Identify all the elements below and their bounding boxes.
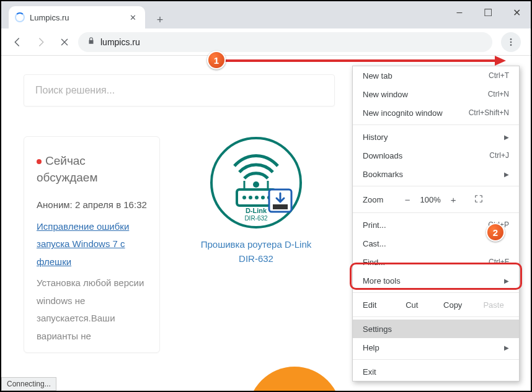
fullscreen-icon xyxy=(474,194,483,203)
menu-edit-row: Edit Cut Copy Paste xyxy=(353,295,519,314)
svg-point-8 xyxy=(242,196,246,199)
menu-zoom-row: Zoom − 100% + xyxy=(353,189,519,210)
window-close-button[interactable]: ✕ xyxy=(502,1,531,24)
router-icon: D-Link DIR-632 xyxy=(210,136,303,229)
url-text: lumpics.ru xyxy=(100,37,140,47)
close-icon xyxy=(60,37,69,47)
sidebar-discussion: Сейчас обсуждаем Аноним: 2 апреля в 16:3… xyxy=(24,136,160,353)
live-dot-icon xyxy=(37,159,42,164)
svg-point-1 xyxy=(510,41,512,43)
window-minimize-button[interactable]: – xyxy=(445,1,474,24)
menu-new-tab[interactable]: New tabCtrl+T xyxy=(353,66,519,85)
menu-new-incognito[interactable]: New incognito windowCtrl+Shift+N xyxy=(353,103,519,122)
article-thumb-orange[interactable] xyxy=(248,367,341,391)
fullscreen-button[interactable] xyxy=(470,194,487,205)
zoom-value: 100% xyxy=(417,195,444,204)
article-card-dlink[interactable]: D-Link DIR-632 Прошивка роутера D-Link D… xyxy=(197,136,315,266)
back-button[interactable] xyxy=(7,32,27,52)
menu-downloads[interactable]: DownloadsCtrl+J xyxy=(353,146,519,165)
menu-settings[interactable]: Settings xyxy=(353,320,519,338)
orange-circle-icon xyxy=(248,367,341,391)
svg-point-4 xyxy=(253,181,259,188)
edit-paste-button[interactable]: Paste xyxy=(473,300,514,310)
lock-icon xyxy=(87,37,95,47)
svg-point-10 xyxy=(255,196,259,199)
card-title: Прошивка роутера D-Link DIR-632 xyxy=(197,238,315,266)
comment-text: Установка любой версии windows не запуск… xyxy=(37,274,147,345)
loading-spinner-icon xyxy=(15,12,25,22)
tab-close-icon[interactable]: ✕ xyxy=(127,12,139,24)
status-bar: Connecting... xyxy=(1,377,56,391)
svg-point-0 xyxy=(510,38,512,40)
menu-find[interactable]: Find...Ctrl+F xyxy=(353,253,519,271)
tab-title: Lumpics.ru xyxy=(30,13,69,22)
svg-text:DIR-632: DIR-632 xyxy=(244,215,268,222)
edit-cut-button[interactable]: Cut xyxy=(391,300,432,310)
tab-active[interactable]: Lumpics.ru ✕ xyxy=(9,6,145,28)
three-dots-icon xyxy=(506,37,516,47)
menu-exit[interactable]: Exit xyxy=(353,362,519,381)
zoom-out-button[interactable]: − xyxy=(398,194,417,205)
address-bar[interactable]: lumpics.ru xyxy=(78,32,492,52)
arrow-left-icon xyxy=(12,37,23,48)
site-search-input[interactable]: Поиск решения... xyxy=(24,74,335,107)
menu-help[interactable]: Help▶ xyxy=(353,338,519,357)
forward-button[interactable] xyxy=(31,32,51,52)
search-placeholder: Поиск решения... xyxy=(35,85,115,96)
svg-rect-16 xyxy=(273,204,288,209)
menu-bookmarks[interactable]: Bookmarks▶ xyxy=(353,165,519,183)
stop-button[interactable] xyxy=(55,32,74,52)
zoom-label: Zoom xyxy=(363,195,383,204)
zoom-in-button[interactable]: + xyxy=(444,194,463,205)
window-controls: – ☐ ✕ xyxy=(445,1,531,24)
comment-link[interactable]: Исправление ошибки запуска Windows 7 с ф… xyxy=(37,221,129,267)
svg-point-2 xyxy=(510,44,512,46)
comment-meta: Аноним: 2 апреля в 16:32 xyxy=(37,197,147,213)
chevron-right-icon: ▶ xyxy=(504,277,509,284)
chevron-right-icon: ▶ xyxy=(504,134,509,141)
toolbar: lumpics.ru xyxy=(1,28,531,56)
menu-button[interactable] xyxy=(501,32,521,52)
arrow-right-icon xyxy=(35,37,47,48)
chevron-right-icon: ▶ xyxy=(504,171,509,178)
edit-copy-button[interactable]: Copy xyxy=(432,300,473,310)
svg-point-11 xyxy=(261,196,265,199)
annotation-callout-2: 2 xyxy=(486,223,505,242)
new-tab-button[interactable]: + xyxy=(151,11,169,28)
chevron-right-icon: ▶ xyxy=(504,344,509,351)
menu-history[interactable]: History▶ xyxy=(353,128,519,146)
menu-new-window[interactable]: New windowCtrl+N xyxy=(353,85,519,103)
edit-label: Edit xyxy=(363,300,376,310)
svg-point-9 xyxy=(249,196,252,199)
sidebar-title: Сейчас обсуждаем xyxy=(37,153,147,186)
svg-text:D-Link: D-Link xyxy=(246,207,267,214)
annotation-callout-1: 1 xyxy=(207,51,226,69)
menu-more-tools[interactable]: More tools▶ xyxy=(353,271,519,290)
window-maximize-button[interactable]: ☐ xyxy=(474,1,502,24)
